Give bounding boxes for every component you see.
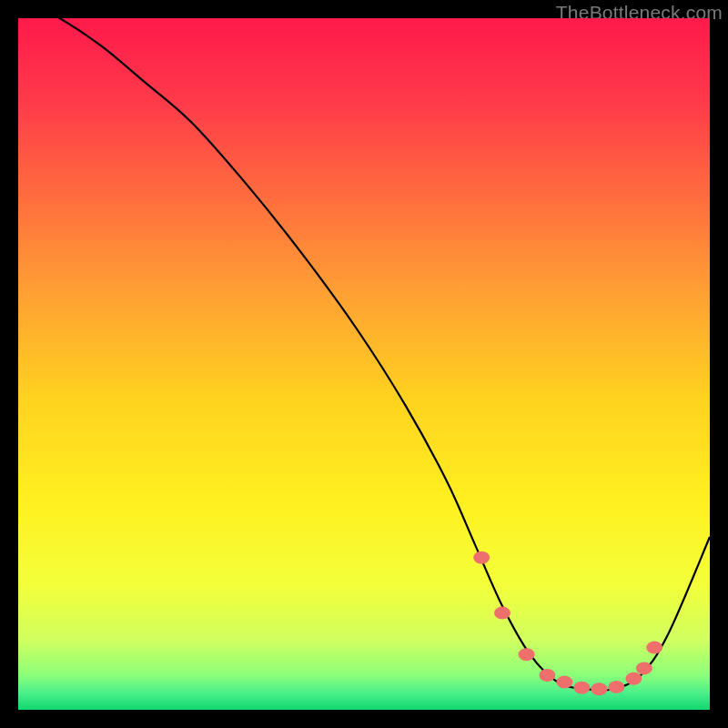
highlight-dot <box>556 676 572 689</box>
highlight-dot <box>608 681 624 693</box>
highlight-dot <box>591 682 607 695</box>
highlight-dot <box>473 551 490 564</box>
gradient-background <box>18 18 710 710</box>
highlight-dot <box>636 662 652 674</box>
chart-svg <box>18 18 710 710</box>
highlight-dot <box>625 672 642 685</box>
highlight-dot <box>539 669 555 682</box>
chart-frame: TheBottleneck.com <box>0 0 728 728</box>
plot-area <box>18 18 710 710</box>
highlight-dot <box>646 642 662 654</box>
highlight-dot <box>494 607 511 620</box>
highlight-dot <box>573 682 590 694</box>
highlight-dot <box>519 648 535 661</box>
